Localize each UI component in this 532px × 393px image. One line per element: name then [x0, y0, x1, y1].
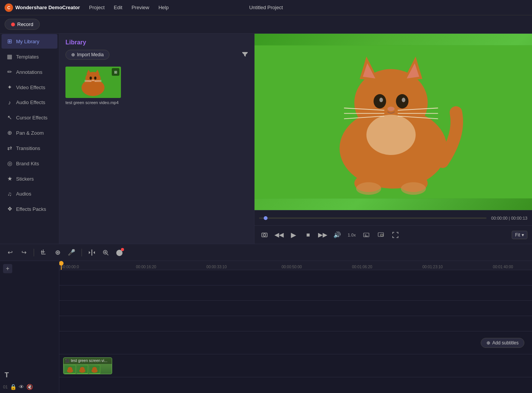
library-title: Library	[65, 39, 86, 46]
add-subtitles-button[interactable]: ⊕ Add subtitles	[481, 338, 524, 348]
microphone-button[interactable]: 🎤	[66, 247, 77, 258]
track-row-empty-2	[59, 285, 532, 301]
step-back-button[interactable]: ◀◀	[274, 230, 284, 240]
freeze-button[interactable]	[52, 247, 63, 258]
sidebar-item-audio-effects[interactable]: ♪ Audio Effects	[2, 95, 57, 109]
eye-icon[interactable]: 👁	[19, 384, 24, 390]
fullscreen-icon	[392, 232, 398, 238]
sidebar-item-templates[interactable]: ▦ Templates	[2, 49, 57, 64]
preview-video-background	[255, 34, 532, 210]
speed-button[interactable]: 1.0x	[346, 230, 357, 240]
progress-bar[interactable]	[259, 217, 486, 219]
mute-icon[interactable]: 🔇	[26, 384, 33, 390]
total-time: 00:00:13	[511, 216, 527, 220]
pip-icon	[378, 232, 384, 238]
redo-button[interactable]: ↪	[18, 247, 29, 258]
lock-icon[interactable]: 🔒	[10, 384, 16, 390]
subtitle-track-row: ⊕ Add subtitles	[59, 331, 532, 354]
add-subtitles-label: Add subtitles	[492, 340, 519, 346]
thumbnail-wrapper: ⊞	[65, 67, 121, 98]
svg-point-55	[68, 367, 72, 371]
my-library-icon: ⊞	[6, 38, 13, 45]
sidebar-item-annotations[interactable]: ✏ Annotations	[2, 65, 57, 79]
clip-type-icon: ⬛	[65, 359, 69, 363]
menubar-project[interactable]: Project	[88, 4, 106, 11]
clip-thumb-2	[77, 365, 88, 374]
record-label: Record	[17, 21, 33, 27]
sidebar-label-pan-zoom: Pan & Zoom	[16, 130, 44, 136]
video-preview: 00:00:00 | 00:00:13 ◀◀ ▶ ■ ▶▶ 🔊 1.0x	[255, 34, 532, 244]
undo-button[interactable]: ↩	[5, 247, 15, 258]
zoom-button[interactable]	[100, 247, 111, 258]
svg-point-37	[401, 182, 426, 195]
fit-label: Fit	[515, 232, 520, 238]
ruler-label-3: 00:00:50:00	[282, 265, 302, 269]
sidebar-item-transitions[interactable]: ⇄ Transitions	[2, 141, 57, 155]
sidebar-item-effects-packs[interactable]: ❖ Effects Packs	[2, 202, 57, 216]
sidebar-item-stickers[interactable]: ★ Stickers	[2, 171, 57, 186]
clip-thumb-3	[89, 365, 100, 374]
preview-canvas	[255, 34, 532, 210]
record-badge	[121, 248, 124, 251]
sidebar-item-pan-zoom[interactable]: ⊕ Pan & Zoom	[2, 126, 57, 140]
captions-button[interactable]	[361, 230, 372, 240]
menubar-preview[interactable]: Preview	[130, 4, 151, 11]
ruler-label-5: 00:01:23:10	[423, 265, 443, 269]
thumbnail-expand-button[interactable]: ⊞	[112, 68, 119, 76]
volume-button[interactable]: 🔊	[332, 230, 343, 240]
clip-thumb-1	[64, 365, 76, 374]
clip-thumb-svg-1	[65, 365, 75, 373]
toolbar-separator-2	[82, 249, 82, 256]
filter-button[interactable]	[242, 51, 248, 59]
screenshot-button[interactable]	[259, 230, 270, 240]
svg-point-27	[387, 107, 395, 111]
play-button[interactable]: ▶	[288, 230, 299, 240]
sidebar-item-brand-kits[interactable]: ◎ Brand Kits	[2, 156, 57, 171]
ruler-label-4: 00:01:06:20	[352, 265, 372, 269]
menubar-help[interactable]: Help	[157, 4, 170, 11]
sidebar-label-transitions: Transitions	[16, 145, 40, 151]
templates-icon: ▦	[6, 53, 13, 60]
sidebar-label-brand-kits: Brand Kits	[16, 161, 39, 166]
track-controls: 01 🔒 👁 🔇	[3, 384, 56, 390]
ruler-label-6: 00:01:40:00	[493, 265, 513, 269]
media-item[interactable]: ⊞ test green screen video.mp4	[65, 67, 121, 105]
split-button[interactable]	[86, 247, 97, 258]
picture-in-picture-button[interactable]	[375, 230, 386, 240]
toolbar: Record	[0, 15, 532, 34]
sidebar-label-audio-effects: Audio Effects	[16, 99, 45, 105]
transitions-icon: ⇄	[6, 145, 13, 152]
current-time: 00:00:00	[491, 216, 508, 220]
import-plus-icon: ⊕	[71, 52, 75, 57]
sidebar-item-my-library[interactable]: ⊞ My Library	[2, 34, 57, 49]
playback-controls: ◀◀ ▶ ■ ▶▶ 🔊 1.0x	[255, 225, 532, 244]
cursor-effects-icon: ↖	[6, 114, 13, 121]
progress-thumb[interactable]	[264, 216, 268, 220]
audios-icon: ♫	[6, 191, 13, 197]
fullscreen-button[interactable]	[390, 230, 401, 240]
import-media-button[interactable]: ⊕ Import Media	[65, 50, 109, 60]
fit-dropdown[interactable]: Fit ▾	[512, 231, 527, 239]
record-dot-icon	[11, 23, 15, 26]
step-forward-button[interactable]: ▶▶	[317, 230, 328, 240]
playhead[interactable]	[61, 261, 62, 270]
timeline-ruler: 00:00:00:0 00:00:16:20 00:00:33:10 00:00…	[59, 261, 532, 270]
dropdown-chevron-icon: ▾	[522, 232, 524, 238]
time-display: 00:00:00 | 00:00:13	[491, 216, 527, 220]
video-clip[interactable]: ⬛ test green screen vi...	[63, 357, 112, 374]
add-track-button[interactable]: +	[3, 264, 12, 273]
svg-point-6	[90, 77, 92, 80]
svg-marker-47	[89, 251, 90, 254]
main-content: ⊞ My Library ▦ Templates ✏ Annotations ✦…	[0, 34, 532, 244]
record-button[interactable]: Record	[5, 19, 40, 30]
sidebar-item-audios[interactable]: ♫ Audios	[2, 187, 57, 201]
menubar-edit[interactable]: Edit	[112, 4, 124, 11]
crop-button[interactable]	[39, 247, 49, 258]
ruler-label-0: 00:00:00:0	[61, 265, 79, 269]
brand-kits-icon: ◎	[6, 160, 13, 167]
sidebar-item-video-effects[interactable]: ✦ Video Effects	[2, 80, 57, 95]
ruler-marks: 00:00:00:0 00:00:16:20 00:00:33:10 00:00…	[61, 261, 530, 270]
svg-point-26	[402, 98, 405, 102]
stop-button[interactable]: ■	[303, 230, 313, 240]
sidebar-item-cursor-effects[interactable]: ↖ Cursor Effects	[2, 110, 57, 125]
